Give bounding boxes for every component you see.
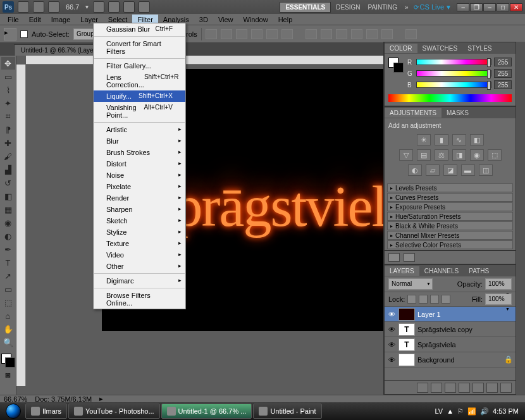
taskbar-item[interactable]: YouTube - Photosho... [68, 404, 160, 419]
minibridge-icon[interactable] [33, 1, 44, 13]
preset-hue-saturation-presets[interactable]: Hue/Saturation Presets [387, 212, 513, 221]
zoom-tool[interactable]: 🔍 [1, 336, 15, 349]
menu-brush-strokes[interactable]: Brush Strokes▸ [94, 147, 185, 158]
adj-hue-icon[interactable]: ▤ [417, 149, 431, 161]
new-fill-icon[interactable] [459, 383, 470, 393]
eraser-tool[interactable]: ◧ [1, 190, 15, 202]
3dcamera-tool[interactable]: ⌂ [1, 309, 15, 322]
distribute-left-icon[interactable] [351, 29, 362, 39]
adj-selectivecolor-icon[interactable]: ◫ [479, 164, 493, 176]
path-tool[interactable]: ↗ [1, 269, 15, 282]
b-value[interactable]: 255 [494, 80, 512, 89]
menu-convert-smart[interactable]: Convert for Smart Filters [94, 38, 185, 57]
menu-sketch[interactable]: Sketch▸ [94, 215, 185, 226]
maximize-button[interactable]: □ [497, 3, 509, 11]
preset-black-white-presets[interactable]: Black & White Presets [387, 221, 513, 230]
align-left-icon[interactable] [251, 29, 262, 39]
r-value[interactable]: 255 [494, 58, 512, 66]
taskbar-item[interactable]: Untitled-1 @ 66.7% ... [161, 404, 252, 419]
dodge-tool[interactable]: ◐ [1, 230, 15, 242]
preset-selective-color-presets[interactable]: Selective Color Presets [387, 240, 513, 249]
visibility-icon[interactable]: 👁 [387, 355, 396, 364]
menu-liquify[interactable]: Liquify...Shift+Ctrl+X [94, 90, 185, 102]
tray-network-icon[interactable]: 📶 [467, 407, 476, 416]
arrange-icon[interactable] [123, 1, 135, 13]
move-tool-icon[interactable]: ▸ [4, 28, 16, 40]
menu-texture[interactable]: Texture▸ [94, 238, 185, 249]
viewextras-icon[interactable] [48, 1, 59, 13]
workspace-essentials-button[interactable]: ESSENTIALS [280, 2, 331, 13]
panel-strip[interactable] [516, 42, 525, 395]
menu-pixelate[interactable]: Pixelate▸ [94, 181, 185, 192]
tab-color[interactable]: COLOR [385, 44, 417, 53]
workspace-painting-button[interactable]: PAINTING [366, 4, 400, 11]
align-top-icon[interactable] [206, 29, 217, 39]
preset-exposure-presets[interactable]: Exposure Presets [387, 202, 513, 211]
lasso-tool[interactable]: ⌇ [1, 83, 15, 96]
layer-thumbnail[interactable] [398, 308, 415, 321]
blur-tool[interactable]: ◉ [1, 216, 15, 229]
gradient-tool[interactable]: ▦ [1, 203, 15, 216]
history-brush-tool[interactable]: ↺ [1, 176, 15, 189]
distribute-top-icon[interactable] [306, 29, 317, 39]
tab-layers[interactable]: LAYERS [385, 266, 419, 276]
lock-position-icon[interactable] [430, 295, 439, 304]
bridge-icon[interactable] [18, 1, 29, 13]
b-slider[interactable] [416, 82, 491, 88]
distribute-bottom-icon[interactable] [336, 29, 347, 39]
menu-help[interactable]: Help [273, 15, 298, 25]
layer-thumbnail[interactable] [398, 354, 415, 366]
menu-sharpen[interactable]: Sharpen▸ [94, 204, 185, 215]
align-vcenter-icon[interactable] [221, 29, 232, 39]
adj-curves-icon[interactable]: ∿ [452, 134, 466, 145]
minimize-button[interactable]: ‒ [483, 3, 496, 11]
menu-image[interactable]: Image [46, 15, 76, 25]
workspace-design-button[interactable]: DESIGN [333, 4, 362, 11]
menu-edit[interactable]: Edit [24, 15, 46, 25]
menu-file[interactable]: File [3, 15, 24, 25]
move-tool[interactable]: ✥ [1, 57, 15, 70]
layer-row[interactable]: 👁Layer 1 [385, 307, 516, 322]
menu-distort[interactable]: Distort▸ [94, 158, 185, 170]
3d-tool[interactable]: ⬚ [1, 296, 15, 309]
menu-digimarc[interactable]: Digimarc▸ [94, 275, 185, 287]
opacity-field[interactable]: 100% [485, 278, 512, 290]
adj-invert-icon[interactable]: ◐ [408, 164, 422, 176]
blend-mode-dropdown[interactable]: Normal [388, 278, 433, 290]
adj-exposure-icon[interactable]: ◧ [470, 134, 484, 145]
status-doc[interactable]: Doc: 3.75M/6.13M [35, 395, 92, 403]
menu-artistic[interactable]: Artistic▸ [94, 124, 185, 135]
marquee-tool[interactable]: ▭ [1, 70, 15, 83]
crop-tool[interactable]: ⌗ [1, 110, 15, 123]
cslive-button[interactable]: ⟳ CS Live ▼ [414, 3, 452, 11]
brush-tool[interactable]: 🖌 [1, 150, 15, 163]
menu-render[interactable]: Render▸ [94, 192, 185, 204]
hand-icon[interactable] [93, 1, 104, 13]
new-group-icon[interactable] [472, 383, 484, 393]
layer-row[interactable]: 👁TSprāgstviela copy [385, 322, 516, 337]
new-layer-icon[interactable] [486, 383, 498, 393]
pen-tool[interactable]: ✒ [1, 243, 15, 256]
inner-minimize-button[interactable]: ‒ [457, 3, 469, 11]
autoalign-icon[interactable] [405, 29, 417, 39]
menu-blur[interactable]: Blur▸ [94, 135, 185, 147]
wand-tool[interactable]: ✦ [1, 97, 15, 109]
tab-swatches[interactable]: SWATCHES [417, 44, 463, 53]
adj-brightness-icon[interactable]: ☀ [417, 134, 431, 145]
stamp-tool[interactable]: ▟ [1, 163, 15, 176]
menu-view[interactable]: View [213, 15, 238, 25]
taskbar-item[interactable]: Untitled - Paint [253, 404, 321, 419]
menu-stylize[interactable]: Stylize▸ [94, 226, 185, 238]
zoom-dropdown-icon[interactable]: ▼ [84, 4, 89, 10]
adj-threshold-icon[interactable]: ◪ [443, 164, 457, 176]
preset-levels-presets[interactable]: Levels Presets [387, 183, 513, 192]
hand-tool[interactable]: ✋ [1, 323, 15, 335]
screenmode-icon[interactable] [139, 1, 150, 13]
distribute-right-icon[interactable] [381, 29, 393, 39]
start-button[interactable] [3, 402, 24, 420]
adj-colorbalance-icon[interactable]: ⚖ [435, 149, 448, 161]
type-tool[interactable]: T [1, 256, 15, 269]
zoom-percent[interactable]: 66.7 [66, 3, 79, 11]
workspace-more-icon[interactable]: » [402, 4, 411, 11]
adj-gradientmap-icon[interactable]: ▬ [461, 164, 475, 176]
